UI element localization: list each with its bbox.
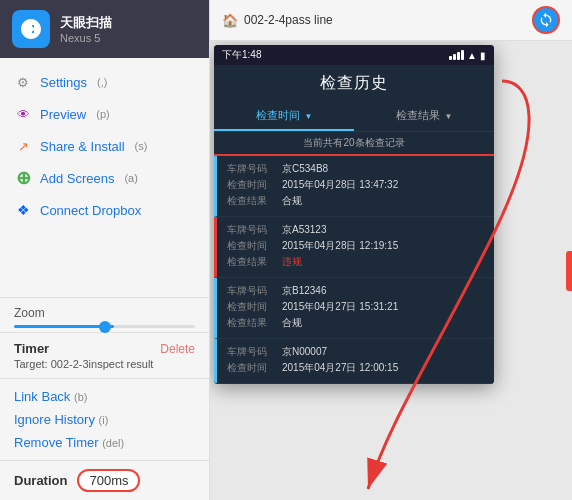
phone-count-row: 当前共有20条检查记录 [214,132,494,156]
phone-count-text: 当前共有20条检查记录 [303,137,404,148]
sidebar-item-share[interactable]: ↗ Share & Install (s) [0,130,209,162]
record-4-plate-row: 车牌号码 京N00007 [227,345,484,359]
wifi-icon: ▲ [467,50,477,61]
signal-bar-3 [457,52,460,60]
duration-value: 700ms [77,469,140,492]
share-icon: ↗ [14,137,32,155]
phone-wrapper: 下午1:48 ▲ ▮ 检查历史 检 [210,41,572,500]
link-back-action[interactable]: Link Back (b) [14,385,195,408]
link-back-shortcut: (b) [74,391,87,403]
record-3-result-row: 检查结果 合规 [227,316,484,330]
remove-timer-label: Remove Timer [14,435,102,450]
phone-status-right: ▲ ▮ [449,50,486,61]
record-2-result-value: 违规 [282,255,302,269]
preview-shortcut: (p) [96,108,109,120]
gear-icon: ⚙ [14,73,32,91]
record-2-result-row: 检查结果 违规 [227,255,484,269]
dropbox-icon: ❖ [14,201,32,219]
record-3-time-key: 检查时间 [227,300,282,314]
sidebar-menu: ⚙ Settings (,) 👁 Preview (p) ↗ Share & I… [0,58,209,297]
settings-label: Settings [40,75,87,90]
share-shortcut: (s) [135,140,148,152]
right-edge-indicator [566,251,572,291]
battery-icon: ▮ [480,50,486,61]
sync-icon [538,12,554,28]
phone-tab-bar: 检查时间 ▼ 检查结果 ▼ [214,102,494,132]
phone-tab-time-label: 检查时间 [256,109,300,121]
zoom-slider-thumb [99,321,111,333]
settings-shortcut: (,) [97,76,107,88]
sidebar: 天眼扫描 Nexus 5 ⚙ Settings (,) 👁 Preview (p… [0,0,210,500]
record-3-result-value: 合规 [282,316,302,330]
duration-section: Duration 700ms [0,461,209,500]
breadcrumb-bar: 🏠 002-2-4pass line [210,0,572,41]
sidebar-item-settings[interactable]: ⚙ Settings (,) [0,66,209,98]
record-1-time-key: 检查时间 [227,178,282,192]
zoom-section: Zoom [0,297,209,333]
record-2-plate-row: 车牌号码 京A53123 [227,223,484,237]
timer-row: Timer Delete [14,341,195,356]
ignore-history-label: Ignore History [14,412,99,427]
record-1-time-value: 2015年04月28日 13:47:32 [282,178,398,192]
share-label: Share & Install [40,139,125,154]
home-icon: 🏠 [222,13,238,28]
zoom-slider[interactable] [14,325,195,328]
phone-time: 下午1:48 [222,48,261,62]
signal-bar-4 [461,50,464,60]
add-screens-shortcut: (a) [124,172,137,184]
add-screens-label: Add Screens [40,171,114,186]
tab-result-arrow: ▼ [445,112,453,121]
duration-label: Duration [14,473,67,488]
record-4-plate-key: 车牌号码 [227,345,282,359]
eye-icon: 👁 [14,105,32,123]
record-4-time-value: 2015年04月27日 12:00:15 [282,361,398,375]
tab-time-arrow: ▼ [305,112,313,121]
record-3-time-row: 检查时间 2015年04月27日 15:31:21 [227,300,484,314]
signal-bar-1 [449,56,452,60]
app-name: 天眼扫描 [60,14,112,32]
actions-section: Link Back (b) Ignore History (i) Remove … [0,379,209,461]
record-1-plate-value: 京C534B8 [282,162,328,176]
phone-nav-bar: 检查历史 [214,65,494,102]
phone-tab-time[interactable]: 检查时间 ▼ [214,102,354,131]
record-1-result-key: 检查结果 [227,194,282,208]
record-3-plate-value: 京B12346 [282,284,326,298]
record-2-time-key: 检查时间 [227,239,282,253]
delete-button[interactable]: Delete [160,342,195,356]
sidebar-header: 天眼扫描 Nexus 5 [0,0,209,58]
record-3-plate-key: 车牌号码 [227,284,282,298]
add-icon: ⊕ [14,169,32,187]
signal-bar-2 [453,54,456,60]
sidebar-item-add-screens[interactable]: ⊕ Add Screens (a) [0,162,209,194]
remove-timer-shortcut: (del) [102,437,124,449]
phone-status-bar: 下午1:48 ▲ ▮ [214,45,494,65]
record-4-time-row: 检查时间 2015年04月27日 12:00:15 [227,361,484,375]
app-icon [12,10,50,48]
record-1-result-value: 合规 [282,194,302,208]
record-3-time-value: 2015年04月27日 15:31:21 [282,300,398,314]
timer-section: Timer Delete Target: 002-2-3inspect resu… [0,333,209,379]
record-4-plate-value: 京N00007 [282,345,327,359]
timer-label: Timer [14,341,49,356]
phone-record-2: 车牌号码 京A53123 检查时间 2015年04月28日 12:19:15 检… [214,217,494,278]
signal-bars [449,50,464,60]
app-device: Nexus 5 [60,32,112,44]
phone-record-3: 车牌号码 京B12346 检查时间 2015年04月27日 15:31:21 检… [214,278,494,339]
dropbox-label: Connect Dropbox [40,203,141,218]
phone-record-1: 车牌号码 京C534B8 检查时间 2015年04月28日 13:47:32 检… [214,156,494,217]
phone-tab-result[interactable]: 检查结果 ▼ [354,102,494,131]
ignore-history-action[interactable]: Ignore History (i) [14,408,195,431]
phone-tab-result-label: 检查结果 [396,109,440,121]
record-2-plate-value: 京A53123 [282,223,326,237]
sidebar-item-preview[interactable]: 👁 Preview (p) [0,98,209,130]
record-4-time-key: 检查时间 [227,361,282,375]
sync-button[interactable] [532,6,560,34]
breadcrumb-text: 002-2-4pass line [244,13,333,27]
record-2-plate-key: 车牌号码 [227,223,282,237]
record-1-plate-row: 车牌号码 京C534B8 [227,162,484,176]
record-1-time-row: 检查时间 2015年04月28日 13:47:32 [227,178,484,192]
timer-target: Target: 002-2-3inspect result [14,358,195,370]
sidebar-item-dropbox[interactable]: ❖ Connect Dropbox [0,194,209,226]
remove-timer-action[interactable]: Remove Timer (del) [14,431,195,454]
preview-label: Preview [40,107,86,122]
